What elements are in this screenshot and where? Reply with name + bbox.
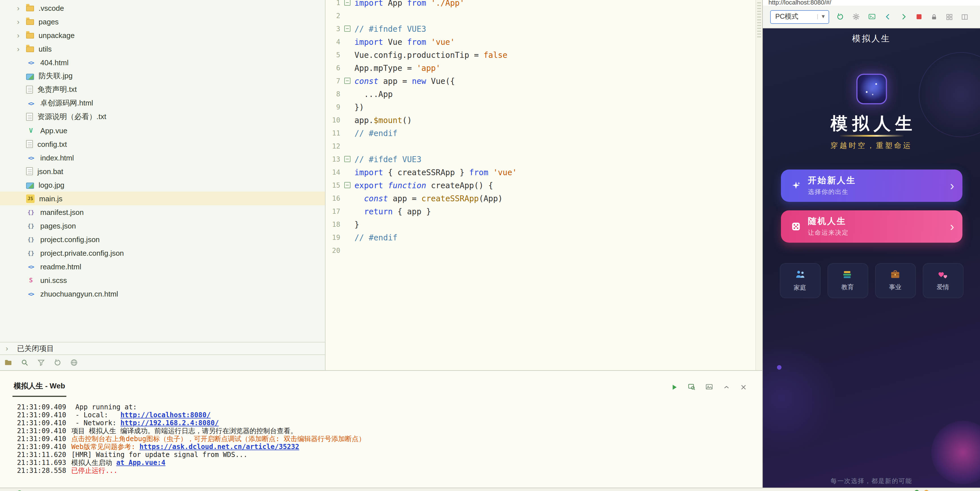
file-item[interactable]: config.txt (0, 137, 325, 151)
line-number[interactable]: 4 (326, 38, 341, 46)
fold-marker[interactable] (341, 156, 353, 162)
code-line[interactable]: 7const app = new Vue({ (326, 74, 762, 87)
line-number[interactable]: 14 (326, 168, 341, 176)
notice-badge-icon[interactable] (924, 490, 929, 491)
debug-icon[interactable] (687, 383, 696, 391)
success-badge-icon[interactable] (914, 490, 919, 491)
console-icon[interactable] (868, 13, 876, 21)
log-link[interactable]: https://ask.dcloud.net.cn/article/35232 (140, 443, 299, 451)
line-number[interactable]: 8 (326, 90, 341, 98)
file-item[interactable]: {}manifest.json (0, 205, 325, 219)
code-line[interactable]: 19// #endif (326, 231, 762, 244)
code-line[interactable]: 9}) (326, 100, 762, 113)
code-line[interactable]: 2 (326, 9, 762, 22)
code-line[interactable]: 13// #ifdef VUE3 (326, 153, 762, 165)
file-item[interactable]: Suni.scss (0, 273, 325, 287)
file-item[interactable]: <>404.html (0, 56, 325, 69)
refresh-icon[interactable] (53, 358, 62, 367)
line-number[interactable]: 17 (326, 207, 341, 215)
line-number[interactable]: 3 (326, 25, 341, 33)
fold-marker[interactable] (341, 25, 353, 32)
filter-icon[interactable] (37, 358, 45, 367)
line-number[interactable]: 10 (326, 116, 341, 124)
split-icon[interactable] (961, 13, 969, 21)
folder-item[interactable]: ›.vscode (0, 1, 325, 15)
line-number[interactable]: 2 (326, 12, 341, 19)
search-icon[interactable] (21, 358, 29, 367)
file-item[interactable]: <>readme.html (0, 260, 325, 273)
code-line[interactable]: 5Vue.config.productionTip = false (326, 48, 762, 61)
log-link[interactable]: http://192.168.2.4:8080/ (121, 419, 219, 427)
web-icon[interactable] (70, 358, 78, 367)
stop-icon[interactable] (915, 13, 923, 21)
file-item[interactable]: <>卓创源码网.html (0, 96, 325, 110)
code-line[interactable]: 17 return { app } (326, 205, 762, 218)
code-line[interactable]: 6App.mpType = 'app' (326, 61, 762, 74)
folder-item[interactable]: ›utils (0, 42, 325, 56)
file-item[interactable]: json.bat (0, 164, 325, 178)
line-number[interactable]: 18 (326, 220, 341, 228)
console-tab[interactable]: 模拟人生 - Web (13, 381, 66, 397)
code-line[interactable]: 11// #endif (326, 126, 762, 140)
fold-marker[interactable] (341, 0, 353, 6)
file-item[interactable]: VApp.vue (0, 124, 325, 137)
line-number[interactable]: 16 (326, 194, 341, 202)
category-card[interactable]: 教育 (827, 263, 868, 298)
line-number[interactable]: 5 (326, 51, 341, 59)
line-number[interactable]: 12 (326, 142, 341, 150)
grid-icon[interactable] (945, 13, 953, 21)
file-item[interactable]: <>index.html (0, 151, 325, 164)
folder-item[interactable]: ›pages (0, 15, 325, 29)
editor-scrollbar[interactable] (756, 0, 762, 370)
line-number[interactable]: 1 (326, 0, 341, 6)
folder-item[interactable]: ›unpackage (0, 29, 325, 42)
project-explorer-icon[interactable] (4, 358, 13, 367)
file-item[interactable]: JSmain.js (0, 192, 325, 205)
code-line[interactable]: 16 const app = createSSRApp(App) (326, 192, 762, 205)
code-line[interactable]: 20 (326, 244, 762, 257)
file-item[interactable]: {}project.private.config.json (0, 246, 325, 260)
category-card[interactable]: 事业 (875, 263, 916, 298)
line-number[interactable]: 11 (326, 129, 341, 137)
start-new-life-button[interactable]: 开始新人生选择你的出生› (781, 170, 962, 202)
file-item[interactable]: <>zhuochuangyun.cn.html (0, 287, 325, 300)
file-item[interactable]: 防失联.jpg (0, 69, 325, 83)
file-item[interactable]: 免责声明.txt (0, 83, 325, 96)
line-number[interactable]: 20 (326, 246, 341, 254)
run-icon[interactable] (670, 383, 678, 391)
code-line[interactable]: 10app.$mount() (326, 113, 762, 126)
code-line[interactable]: 12 (326, 140, 762, 153)
file-item[interactable]: {}pages.json (0, 219, 325, 232)
gear-icon[interactable] (852, 13, 860, 21)
line-number[interactable]: 9 (326, 103, 341, 111)
code-line[interactable]: 4import Vue from 'vue' (326, 35, 762, 48)
screenshot-icon[interactable] (705, 383, 713, 391)
lock-icon[interactable] (930, 13, 938, 21)
code-editor[interactable]: 1import App from './App'23// #ifndef VUE… (326, 0, 762, 370)
line-number[interactable]: 19 (326, 233, 341, 241)
closed-projects-row[interactable]: › 已关闭项目 (0, 342, 325, 355)
address-bar[interactable]: http://localhost:8080/#/ (763, 0, 980, 6)
file-item[interactable]: logo.jpg (0, 178, 325, 192)
log-link[interactable]: http://localhost:8080/ (121, 411, 211, 419)
fold-marker[interactable] (341, 182, 353, 188)
close-icon[interactable] (740, 383, 748, 391)
category-card[interactable]: 家庭 (780, 263, 820, 298)
line-number[interactable]: 13 (326, 155, 341, 163)
file-item[interactable]: {}project.config.json (0, 232, 325, 246)
code-line[interactable]: 14import { createSSRApp } from 'vue' (326, 165, 762, 179)
category-card[interactable]: 爱情 (923, 263, 963, 298)
code-line[interactable]: 3// #ifndef VUE3 (326, 22, 762, 35)
code-line[interactable]: 8 ...App (326, 87, 762, 100)
fold-marker[interactable] (341, 78, 353, 84)
collapse-icon[interactable] (722, 383, 730, 391)
rotate-icon[interactable] (836, 13, 845, 21)
code-line[interactable]: 18} (326, 218, 762, 231)
code-line[interactable]: 1import App from './App' (326, 0, 762, 9)
log-link[interactable]: at App.vue:4 (116, 459, 165, 467)
line-number[interactable]: 6 (326, 64, 341, 72)
forward-icon[interactable] (899, 13, 908, 21)
device-mode-select[interactable]: PC模式 ▼ (770, 10, 829, 24)
file-item[interactable]: 资源说明（必看）.txt (0, 110, 325, 124)
line-number[interactable]: 15 (326, 181, 341, 189)
